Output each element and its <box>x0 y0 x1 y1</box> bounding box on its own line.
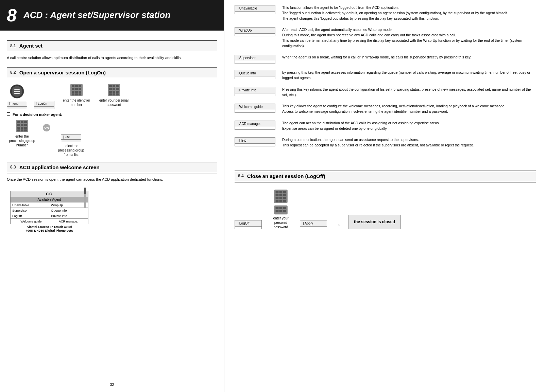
fkey-bottom-privateinfo <box>235 93 275 96</box>
section-84: 8.4 Close an agent session (LogOff) LogO… <box>235 164 536 229</box>
svg-rect-24 <box>113 88 115 90</box>
logoff-step-2-label: enter your personal password <box>267 216 294 229</box>
svg-rect-25 <box>116 88 119 90</box>
fkey-row-acrmanage: ACR manage. The agent can act on the dis… <box>235 121 536 131</box>
svg-rect-3 <box>14 91 20 92</box>
svg-rect-37 <box>21 124 23 126</box>
or-badge: OR <box>43 124 50 131</box>
svg-rect-7 <box>72 85 74 87</box>
fkey-desc-supervisor: When the agent is on a break, waiting fo… <box>282 55 536 60</box>
session-closed-box: the session is closed <box>348 215 401 229</box>
fkey-desc-unavailable: This function allows the agent to be 'lo… <box>282 5 536 21</box>
logoff-numpad-icon-2 <box>273 204 288 215</box>
svg-rect-64 <box>276 210 279 212</box>
fkey-desc-privateinfo: Pressing this key informs the agent abou… <box>282 87 536 98</box>
svg-rect-29 <box>109 93 112 95</box>
section-83-title: ACD application welcome screen <box>19 164 100 170</box>
fkey-widget-welcomeguide: Welcome guide <box>235 104 275 113</box>
logon-step-4: enter your personal password <box>99 83 129 107</box>
fkey-widget-privateinfo: Private info <box>235 87 275 96</box>
logon-key-bottom <box>34 106 54 109</box>
numpad-icon-1 <box>70 83 83 97</box>
svg-rect-8 <box>75 85 78 87</box>
svg-rect-46 <box>84 188 86 194</box>
logon-step-1: menu <box>7 83 27 109</box>
svg-rect-57 <box>276 200 279 202</box>
fkey-widget-supervisor: Supervisor <box>235 55 275 64</box>
svg-rect-62 <box>279 207 283 209</box>
fkey-label-queueinfo: Queue info <box>235 70 275 76</box>
fkey-label-privateinfo: Private info <box>235 87 275 93</box>
logoff-step-2: enter your personal password <box>267 189 294 229</box>
fkey-desc-acrmanage: The agent can act on the distribution of… <box>282 121 536 131</box>
section-82-number: 8.2 <box>10 70 16 75</box>
logon-step-4-label: enter your personal password <box>99 98 129 107</box>
fkey-label-help: Help <box>235 137 275 144</box>
result-arrow: → <box>334 220 341 229</box>
svg-rect-15 <box>79 91 81 93</box>
logon-step-2: LogOn <box>34 83 54 109</box>
apply-key-bottom <box>300 227 327 229</box>
svg-rect-18 <box>79 93 81 95</box>
svg-rect-54 <box>276 197 279 199</box>
svg-rect-11 <box>75 88 78 90</box>
svg-rect-30 <box>113 93 115 95</box>
svg-rect-41 <box>24 127 27 129</box>
right-column: Unavailable This function allows the age… <box>224 0 546 392</box>
svg-rect-49 <box>279 191 283 193</box>
section-82-header: 8.2 Open a supervisor session (LogOn) <box>7 67 217 77</box>
fkeys-list: Unavailable This function allows the age… <box>235 5 536 154</box>
fkey-label-acrmanage: ACR manage. <box>235 121 275 127</box>
svg-rect-61 <box>276 207 279 209</box>
svg-rect-59 <box>283 200 286 202</box>
svg-rect-42 <box>17 129 20 131</box>
fkey-widget-unavailable: Unavailable <box>235 5 275 14</box>
fkey-desc-welcomeguide: This key allows the agent to configure t… <box>282 104 536 114</box>
svg-rect-66 <box>283 210 286 212</box>
screen-cell-supervisor: Supervisor <box>11 208 49 213</box>
svg-rect-23 <box>109 88 112 90</box>
page-container: 8 ACD : Agent set/Supervisor station 8.1… <box>0 0 546 392</box>
svg-rect-16 <box>72 93 74 95</box>
svg-rect-38 <box>24 124 27 126</box>
svg-rect-21 <box>113 85 115 87</box>
apply-key-label: Apply <box>300 220 327 227</box>
screen-cell-privateinfo: Private info <box>49 213 88 219</box>
logon-key-label: LogOn <box>34 101 54 106</box>
logoff-numpad-icon <box>273 189 288 204</box>
logon-step-3-label: enter the identifier number <box>61 98 92 107</box>
fkey-widget-wrapup: WrapUp <box>235 27 275 36</box>
screen-cell-logoff: LogOff <box>11 213 49 219</box>
svg-rect-39 <box>17 127 20 129</box>
logoff-steps-row: LogOff <box>235 189 536 229</box>
logon-step-3: enter the identifier number <box>61 83 92 107</box>
svg-rect-63 <box>283 207 286 209</box>
fkey-widget-help: Help <box>235 137 275 146</box>
svg-rect-10 <box>72 88 74 90</box>
svg-rect-53 <box>283 194 286 196</box>
fkey-widget-queueinfo: Queue info <box>235 70 275 79</box>
svg-rect-40 <box>21 127 23 129</box>
svg-rect-65 <box>279 210 283 212</box>
menu-key: menu <box>7 101 27 109</box>
svg-rect-35 <box>24 121 27 123</box>
svg-rect-44 <box>24 129 27 131</box>
svg-rect-55 <box>279 197 283 199</box>
svg-rect-50 <box>283 191 286 193</box>
fkey-label-supervisor: Supervisor <box>235 55 275 61</box>
apply-key: Apply <box>300 220 327 229</box>
dm-step-2-label: select the processing group from a list <box>56 144 86 157</box>
screen-bottom-welcome: Welcome guide <box>20 220 41 223</box>
list-key: List <box>61 134 81 142</box>
fkey-bottom-unavailable <box>235 12 275 14</box>
fkey-bottom-acrmanage <box>235 127 275 130</box>
section-81-header: 8.1 Agent set <box>7 40 217 51</box>
screen-bottom-bar: Welcome guide ACR manage. <box>11 219 88 224</box>
section-83-intro: Once the ACD session is open, the agent … <box>7 177 217 182</box>
fkey-row-privateinfo: Private info Pressing this key informs t… <box>235 87 536 98</box>
svg-rect-56 <box>283 197 286 199</box>
svg-rect-13 <box>72 91 74 93</box>
fkey-bottom-supervisor <box>235 61 275 64</box>
fkey-row-wrapup: WrapUp After each ACD call, the agent au… <box>235 27 536 49</box>
fkey-bottom-welcomeguide <box>235 110 275 113</box>
